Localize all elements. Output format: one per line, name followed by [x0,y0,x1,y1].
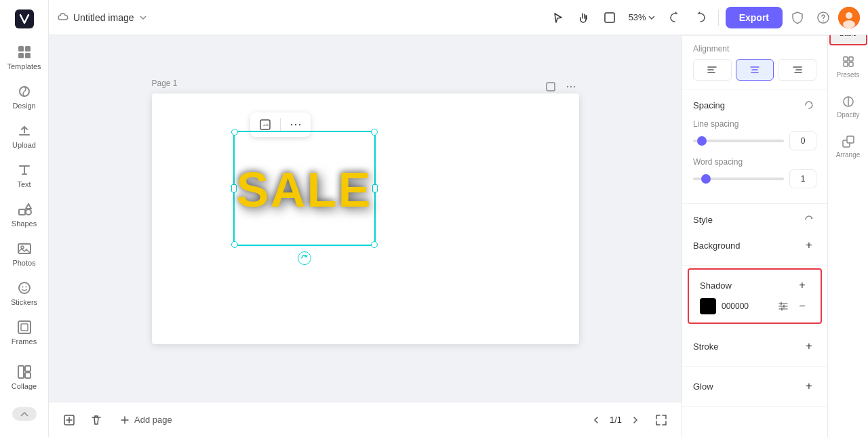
word-spacing-value[interactable]: 1 [789,169,816,188]
svg-rect-36 [844,62,848,66]
shadow-section: Shadow + 000000 − [688,268,822,324]
align-center-btn[interactable] [736,59,774,81]
word-spacing-label: Word spacing [693,157,816,167]
shadow-remove-btn[interactable]: − [795,299,810,314]
sidebar-item-upload-label: Upload [12,141,36,149]
sidebar-item-stickers-label: Stickers [11,298,37,306]
handle-mid-right[interactable] [372,184,378,192]
shadow-color-swatch[interactable] [700,298,716,314]
glow-label: Glow [693,381,713,392]
background-label: Background [693,241,740,251]
page-nav-label: 1/1 [610,415,622,425]
zoom-control[interactable]: 53% [625,9,660,25]
user-avatar[interactable] [838,7,860,28]
opacity-tab-label: Opacity [837,111,860,119]
stroke-row: Stroke + [693,335,816,358]
page-icon-btn[interactable] [542,79,559,95]
delete-btn[interactable] [87,411,106,430]
handle-top-left[interactable] [231,129,238,136]
export-btn[interactable]: Export [726,7,783,28]
glow-section: Glow + [682,367,827,407]
svg-rect-17 [25,366,31,371]
shadow-label: Shadow [700,280,732,291]
more-options-btn[interactable] [286,115,305,134]
rotate-handle[interactable] [298,251,311,265]
add-background-btn[interactable]: + [802,238,816,253]
shield-icon-btn[interactable] [787,7,808,28]
far-right-panel: Basic Presets Opacity Arrange [827,0,868,437]
undo-btn[interactable] [664,7,686,28]
line-spacing-value[interactable]: 0 [789,131,816,150]
add-glow-btn[interactable]: + [802,379,816,394]
top-bar: Untitled image 53% Export [49,0,868,35]
opacity-tab[interactable]: Opacity [829,88,867,125]
replace-image-btn[interactable] [256,115,275,134]
style-header: Style [693,212,816,227]
svg-point-28 [573,85,574,87]
panel-content: Basic × Alignment Spacing Line spacing [682,0,827,437]
sidebar-item-frames[interactable]: Frames [0,313,49,352]
sale-text: SALE [236,162,372,217]
fullscreen-btn[interactable] [652,411,671,430]
handle-bottom-left[interactable] [231,241,238,248]
svg-point-13 [25,287,26,288]
pointer-tool-btn[interactable] [547,7,569,28]
app-logo[interactable] [11,5,38,33]
sidebar-item-design[interactable]: Design [0,77,49,117]
shadow-controls: − [776,299,810,314]
style-reset-btn[interactable] [802,212,816,227]
sidebar-item-photos[interactable]: Photos [0,234,49,274]
svg-rect-1 [18,46,24,51]
spacing-reset-btn[interactable] [802,98,816,112]
handle-top-right[interactable] [371,129,378,136]
shadow-sliders-btn[interactable] [776,299,791,314]
sidebar-item-text[interactable]: Text [0,156,49,195]
svg-rect-34 [844,57,848,61]
sidebar-item-design-label: Design [12,102,35,110]
svg-point-8 [26,209,31,215]
sidebar-item-stickers[interactable]: Stickers [0,274,49,313]
svg-rect-4 [25,53,31,58]
prev-page-btn[interactable] [588,412,604,428]
background-row: Background + [693,234,816,257]
arrange-tab[interactable]: Arrange [829,128,867,165]
sale-text-element[interactable]: SALE [240,141,369,239]
sidebar-item-photos-label: Photos [12,259,35,267]
svg-rect-15 [21,324,28,331]
spacing-section: Spacing Line spacing 0 Word spacing 1 [682,89,827,204]
spacing-title: Spacing [693,98,816,112]
sidebar-item-shapes[interactable]: Shapes [0,195,49,234]
add-shadow-btn[interactable]: + [795,278,810,293]
svg-rect-25 [547,83,555,91]
redo-btn[interactable] [690,7,711,28]
add-stroke-btn[interactable]: + [802,339,816,354]
frame-btn[interactable] [599,7,620,28]
word-spacing-slider[interactable] [693,178,784,180]
line-spacing-slider[interactable] [693,140,784,142]
sidebar-item-collage[interactable]: Collage [0,358,49,397]
handle-bottom-right[interactable] [371,241,378,248]
canvas-area: Page 1 [49,35,682,402]
hand-tool-btn[interactable] [573,7,595,28]
align-left-btn[interactable] [693,59,732,81]
svg-point-32 [298,123,300,125]
next-page-btn[interactable] [627,412,644,428]
title-chevron-icon[interactable] [138,13,148,22]
alignment-label: Alignment [693,44,816,54]
svg-rect-0 [15,9,34,28]
sidebar-item-upload[interactable]: Upload [0,117,49,156]
page-more-btn[interactable] [563,79,579,95]
presets-tab-label: Presets [837,71,860,79]
canvas-wrapper: Page 1 [152,93,579,344]
sidebar-collapse-btn[interactable] [12,407,37,421]
line-spacing-row: Line spacing 0 [693,119,816,150]
add-page-btn[interactable]: Add page [114,412,178,428]
align-right-btn[interactable] [778,59,816,81]
help-icon-btn[interactable] [812,7,834,28]
svg-rect-35 [849,57,853,61]
style-label: Style [693,215,713,225]
style-section: Style Background + [682,204,827,266]
save-to-library-btn[interactable] [60,411,79,430]
presets-tab[interactable]: Presets [829,48,867,85]
sidebar-item-templates[interactable]: Templates [0,38,49,77]
